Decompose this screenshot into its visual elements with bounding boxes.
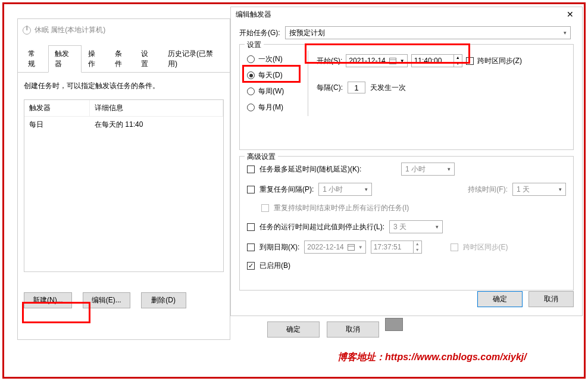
- titlebar: 编辑触发器 ✕: [231, 7, 582, 21]
- start-task-label: 开始任务(G):: [239, 28, 280, 38]
- start-date-input[interactable]: 2021-12-14 ▼: [346, 54, 407, 67]
- repeat-row: 重复任务间隔(P): 1 小时▾ 持续时间(F): 1 天▾: [247, 183, 566, 196]
- spin-up-icon[interactable]: ▲: [414, 241, 421, 247]
- dialog-title: 休眠 属性(本地计算机): [18, 19, 230, 41]
- interval-input[interactable]: [348, 82, 365, 93]
- sync-tz-label: 跨时区同步(Z): [477, 56, 522, 66]
- cancel-button[interactable]: 取消: [327, 321, 379, 338]
- cell-detail: 在每天的 11:40: [90, 117, 223, 133]
- chevron-down-icon: ▾: [436, 224, 439, 230]
- expire-sync-label: 跨时区同步(E): [463, 242, 508, 252]
- trigger-list[interactable]: 触发器 详细信息 每日 在每天的 11:40: [24, 99, 224, 272]
- expire-row: 到期日期(X): 2022-12-14 ▼ ▲▼ 跨时区同步(E): [247, 241, 566, 254]
- spin-down-icon[interactable]: ▼: [414, 247, 421, 253]
- ok-button[interactable]: 确定: [477, 291, 523, 307]
- start-task-combo[interactable]: 按预定计划 ▾: [285, 26, 571, 39]
- calendar-icon: [389, 58, 396, 64]
- spinner-buttons[interactable]: ▲▼: [453, 55, 462, 67]
- edit-button[interactable]: 编辑(E)...: [83, 292, 130, 308]
- time-field[interactable]: [412, 57, 453, 65]
- advanced-fieldset: 高级设置 任务最多延迟时间(随机延迟)(K): 1 小时▾ 重复任务间隔(P):…: [239, 156, 574, 291]
- radio-once[interactable]: 一次(N): [247, 54, 296, 64]
- bottom-button-row: 确定 取消: [267, 321, 379, 338]
- chevron-down-icon: ▾: [448, 166, 451, 172]
- radio-monthly[interactable]: 每月(M): [247, 102, 296, 113]
- chevron-down-icon: ▼: [400, 58, 405, 64]
- enabled-row: 已启用(B): [247, 261, 566, 271]
- cell-trigger: 每日: [24, 117, 90, 133]
- radio-icon: [247, 55, 255, 63]
- tab-conditions[interactable]: 条件: [108, 45, 135, 73]
- start-time-row: 开始(S): 2021-12-14 ▼ ▲▼ 跨时区同步(Z): [317, 54, 566, 67]
- tab-general[interactable]: 常规: [21, 45, 48, 73]
- settings-fieldset: 设置 一次(N) 每天(D) 每周(W) 每月(M) 开始(S): 2021-1…: [239, 44, 574, 150]
- delay-combo[interactable]: 1 小时▾: [401, 163, 455, 176]
- expire-time-input[interactable]: ▲▼: [371, 241, 422, 254]
- chevron-down-icon: ▾: [365, 186, 368, 192]
- stop-row: 任务的运行时间超过此值则停止执行(L): 3 天▾: [247, 220, 566, 233]
- radio-weekly[interactable]: 每周(W): [247, 86, 296, 96]
- radio-daily[interactable]: 每天(D): [247, 70, 296, 80]
- frequency-radios: 一次(N) 每天(D) 每周(W) 每月(M): [247, 51, 296, 116]
- spin-down-icon[interactable]: ▼: [454, 61, 462, 67]
- tab-triggers[interactable]: 触发器: [48, 45, 82, 73]
- combo-value: 按预定计划: [289, 28, 325, 38]
- repeat-checkbox[interactable]: [247, 186, 255, 193]
- blog-watermark: 博客地址：https://www.cnblogs.com/xiykj/: [337, 351, 527, 364]
- tab-actions[interactable]: 操作: [82, 45, 108, 73]
- list-header: 触发器 详细信息: [24, 100, 223, 117]
- delay-checkbox[interactable]: [247, 165, 255, 173]
- fieldset-label: 高级设置: [245, 152, 278, 162]
- dialog-title: 编辑触发器: [236, 10, 271, 20]
- header-trigger[interactable]: 触发器: [24, 100, 90, 116]
- tab-history[interactable]: 历史记录(已禁用): [161, 45, 226, 73]
- start-time-input[interactable]: ▲▼: [411, 54, 462, 67]
- spinner-buttons[interactable]: ▲▼: [413, 241, 421, 253]
- new-button[interactable]: 新建(N)...: [24, 292, 72, 308]
- fieldset-label: 设置: [245, 40, 264, 50]
- repeat-stop-row: 重复持续时间结束时停止所有运行的任务(I): [247, 203, 566, 213]
- spin-up-icon[interactable]: ▲: [454, 55, 462, 61]
- chevron-down-icon: ▾: [564, 30, 567, 36]
- expire-checkbox[interactable]: [247, 243, 255, 251]
- interval-suffix: 天发生一次: [370, 83, 406, 93]
- enabled-checkbox[interactable]: [247, 262, 255, 270]
- edit-trigger-dialog: 编辑触发器 ✕ 开始任务(G): 按预定计划 ▾ 设置 一次(N) 每天(D) …: [230, 7, 583, 316]
- tab-content: 创建任务时，可以指定触发该任务的条件。 触发器 详细信息 每日 在每天的 11:…: [18, 73, 230, 280]
- delete-button[interactable]: 删除(D): [141, 292, 186, 308]
- properties-dialog: 休眠 属性(本地计算机) 常规 触发器 操作 条件 设置 历史记录(已禁用) 创…: [17, 18, 230, 340]
- chevron-down-icon: ▾: [559, 186, 562, 192]
- calendar-icon: [348, 244, 355, 251]
- chevron-down-icon: ▼: [358, 245, 363, 250]
- tab-strip: 常规 触发器 操作 条件 设置 历史记录(已禁用): [18, 45, 230, 73]
- expire-sync-checkbox: [451, 243, 458, 251]
- background-button: [385, 318, 403, 331]
- tab-settings[interactable]: 设置: [135, 45, 161, 73]
- radio-icon: [247, 71, 255, 79]
- power-icon: [23, 26, 31, 35]
- repeat-stop-checkbox: [261, 204, 269, 212]
- header-detail[interactable]: 详细信息: [90, 100, 223, 116]
- time-field[interactable]: [371, 243, 413, 251]
- tab-description: 创建任务时，可以指定触发该任务的条件。: [24, 81, 224, 91]
- interval-label: 每隔(C):: [317, 83, 343, 93]
- close-icon[interactable]: ✕: [558, 8, 582, 20]
- title-text: 休眠 属性(本地计算机): [35, 25, 105, 35]
- duration-label: 持续时间(F):: [468, 185, 508, 195]
- radio-icon: [247, 88, 255, 95]
- stop-combo[interactable]: 3 天▾: [389, 220, 443, 233]
- cancel-button[interactable]: 取消: [528, 291, 574, 307]
- button-row: 新建(N)... 编辑(E)... 删除(D): [24, 292, 186, 308]
- dialog-buttons: 确定 取消: [477, 291, 574, 307]
- interval-row: 每隔(C): 天发生一次: [317, 82, 566, 93]
- expire-date-input[interactable]: 2022-12-14 ▼: [304, 241, 365, 254]
- sync-tz-checkbox[interactable]: [466, 57, 474, 65]
- duration-combo[interactable]: 1 天▾: [512, 183, 566, 196]
- repeat-combo[interactable]: 1 小时▾: [318, 183, 372, 196]
- radio-icon: [247, 104, 255, 111]
- list-item[interactable]: 每日 在每天的 11:40: [24, 117, 223, 133]
- ok-button[interactable]: 确定: [267, 321, 320, 338]
- stop-checkbox[interactable]: [247, 223, 255, 231]
- start-task-row: 开始任务(G): 按预定计划 ▾: [239, 26, 574, 39]
- delay-row: 任务最多延迟时间(随机延迟)(K): 1 小时▾: [247, 163, 566, 176]
